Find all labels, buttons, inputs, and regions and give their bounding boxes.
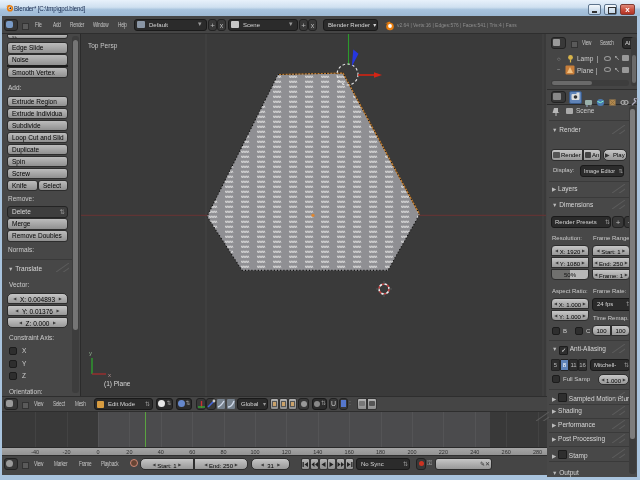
svg-text:y: y (89, 350, 92, 356)
svg-text:x: x (108, 372, 111, 378)
